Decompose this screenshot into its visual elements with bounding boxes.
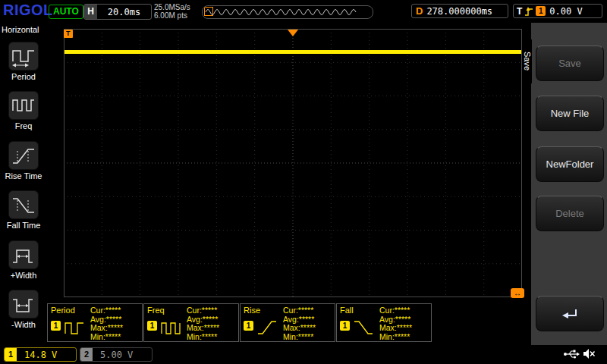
left-menu-title: Horizontal: [2, 25, 39, 34]
channel1-scale: 14.8 V: [24, 350, 57, 360]
measurement-freq[interactable]: Freq 1 Cur:***** Avg:***** Max:***** Min…: [143, 303, 239, 342]
measurement-values: Cur:***** Avg:***** Max:***** Min:*****: [90, 306, 123, 341]
period-icon: [8, 42, 39, 71]
measurement-label: Rise: [244, 306, 260, 315]
cur-value: Cur:*****: [283, 306, 316, 315]
menu-tab-title: Save: [522, 39, 532, 83]
trigger-corner-marker[interactable]: T: [64, 30, 73, 38]
delay-value: 278.000000ms: [426, 6, 492, 17]
minus-width-icon: [8, 290, 39, 318]
sidebar-item-rise-time[interactable]: Rise Time: [0, 141, 47, 180]
sidebar-item-label: Rise Time: [0, 171, 47, 180]
channel1-status[interactable]: 1 14.8 V: [4, 347, 77, 362]
rise-meas-icon: [256, 318, 279, 338]
sidebar-item-freq[interactable]: Freq: [0, 91, 47, 130]
delay-marker[interactable]: ↔: [511, 288, 524, 298]
measurement-values: Cur:***** Avg:***** Max:***** Min:*****: [283, 306, 316, 341]
measurement-values: Cur:***** Avg:***** Max:***** Min:*****: [379, 306, 412, 341]
plus-width-icon: [8, 240, 39, 269]
channel1-badge: 1: [5, 348, 17, 361]
channel-badge: 1: [340, 321, 350, 331]
cur-value: Cur:*****: [187, 306, 219, 315]
horizontal-scale-value: 20.0ms: [97, 7, 151, 17]
cur-value: Cur:*****: [90, 306, 123, 315]
sample-rate: 25.0MSa/s: [154, 3, 190, 11]
max-value: Max:*****: [283, 324, 316, 333]
horizontal-position-strip[interactable]: [202, 5, 373, 19]
sidebar-item-plus-width[interactable]: +Width: [0, 240, 47, 280]
trigger-channel-badge: 1: [536, 6, 546, 16]
channel2-badge: 2: [80, 348, 93, 361]
max-value: Max:*****: [90, 324, 123, 333]
trigger-level-value: 0.00 V: [549, 6, 582, 17]
sidebar-item-minus-width[interactable]: -Width: [0, 290, 47, 329]
acquisition-info: 25.0MSa/s 6.00M pts: [154, 3, 190, 20]
trigger-position-marker[interactable]: [288, 30, 298, 36]
fall-time-icon: [8, 190, 39, 219]
max-value: Max:*****: [187, 324, 219, 333]
sidebar-item-label: +Width: [0, 271, 47, 280]
sidebar-item-fall-time[interactable]: Fall Time: [0, 190, 47, 230]
measurement-label: Fall: [340, 306, 354, 315]
channel2-scale: 5.00 V: [100, 350, 133, 360]
channel-badge: 1: [51, 321, 61, 331]
delay-label: D: [416, 5, 423, 17]
sidebar-item-label: Period: [0, 72, 47, 81]
sidebar-item-label: Freq: [0, 121, 47, 130]
channel2-status[interactable]: 2 5.00 V: [80, 347, 153, 362]
return-arrow-icon: [560, 307, 580, 321]
min-value: Min:*****: [283, 333, 316, 342]
grid-lines: [64, 29, 522, 297]
trigger-box[interactable]: T 1 0.00 V: [513, 4, 602, 18]
memory-waveform-preview: [203, 6, 372, 17]
horizontal-scale-box[interactable]: H 20.0ms: [83, 4, 152, 20]
measurement-label: Period: [51, 306, 75, 315]
cur-value: Cur:*****: [379, 306, 412, 315]
measurement-period[interactable]: Period 1 Cur:***** Avg:***** Max:***** M…: [47, 303, 143, 342]
trigger-slope-icon: [524, 6, 533, 17]
new-file-button[interactable]: New File: [536, 96, 604, 131]
channel-badge: 1: [244, 321, 253, 331]
freq-icon: [8, 91, 39, 120]
back-button[interactable]: [536, 296, 604, 331]
delete-button[interactable]: Delete: [536, 196, 604, 231]
rigol-logo: RIGOL: [3, 2, 53, 19]
rise-time-icon: [8, 141, 39, 170]
min-value: Min:*****: [379, 333, 412, 342]
new-folder-button[interactable]: NewFolder: [536, 146, 604, 182]
freq-meas-icon: [160, 318, 183, 338]
memory-depth: 6.00M pts: [154, 11, 190, 20]
measurement-fall[interactable]: Fall 1 Cur:***** Avg:***** Max:***** Min…: [336, 303, 432, 342]
ch1-trace: [64, 50, 521, 54]
delay-box[interactable]: D 278.000000ms: [411, 4, 508, 18]
fall-meas-icon: [353, 318, 376, 338]
channel-badge: 1: [147, 321, 157, 331]
graticule: [64, 29, 522, 297]
sidebar-item-label: Fall Time: [0, 221, 47, 230]
speaker-muted-icon[interactable]: [583, 348, 596, 359]
trigger-status-badge[interactable]: AUTO: [49, 5, 83, 19]
sidebar-item-period[interactable]: Period: [0, 42, 47, 81]
oscilloscope-screen: RIGOL AUTO H 20.0ms 25.0MSa/s 6.00M pts …: [0, 0, 607, 364]
measurement-values: Cur:***** Avg:***** Max:***** Min:*****: [187, 306, 219, 341]
min-value: Min:*****: [187, 333, 219, 342]
horizontal-label: H: [84, 5, 97, 19]
min-value: Min:*****: [90, 333, 123, 342]
measurement-rise[interactable]: Rise 1 Cur:***** Avg:***** Max:***** Min…: [240, 303, 335, 342]
sidebar-item-label: -Width: [0, 320, 47, 329]
save-button[interactable]: Save: [536, 46, 604, 81]
max-value: Max:*****: [379, 324, 412, 333]
measurement-label: Freq: [147, 306, 165, 315]
usb-icon: [563, 349, 580, 359]
period-meas-icon: [64, 318, 86, 338]
right-menu-panel: Save New File NewFolder Delete: [531, 23, 607, 345]
trigger-label: T: [517, 6, 522, 17]
